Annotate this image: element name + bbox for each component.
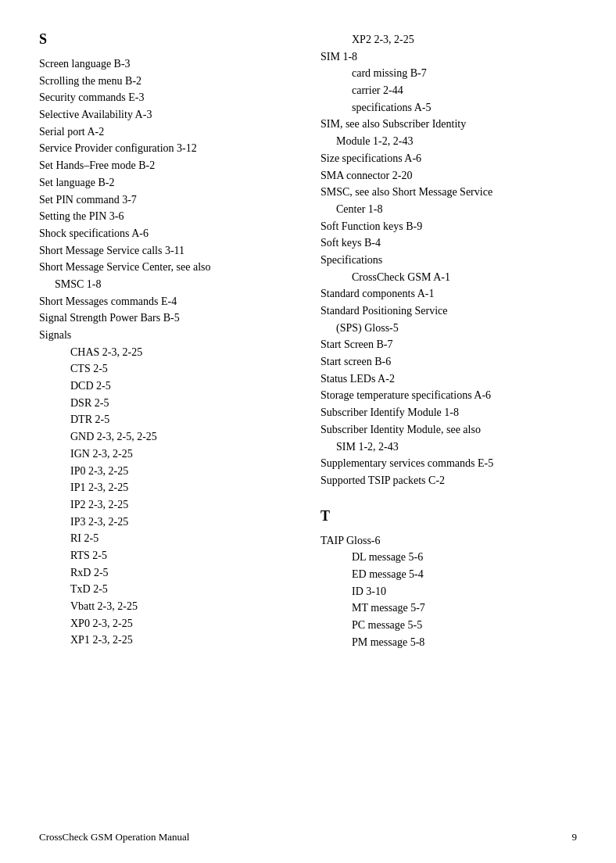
list-item: TAIP Gloss-6 <box>321 532 577 550</box>
list-item: SMSC, see also Short Message Service <box>321 184 577 201</box>
list-item: Set Hands–Free mode B-2 <box>39 157 297 174</box>
list-item: CHAS 2-3, 2-25 <box>39 344 297 361</box>
list-item: Short Messages commands E-4 <box>39 293 297 310</box>
list-item: XP0 2-3, 2-25 <box>39 615 297 632</box>
list-item: (SPS) Gloss-5 <box>321 320 577 337</box>
list-item: Standard Positioning Service <box>321 303 577 320</box>
list-item: IP1 2-3, 2-25 <box>39 479 297 496</box>
section-s-letter: S <box>39 31 297 48</box>
left-entries: Screen language B-3Scrolling the menu B-… <box>39 56 297 649</box>
list-item: Shock specifications A-6 <box>39 225 297 242</box>
left-column: S Screen language B-3Scrolling the menu … <box>39 31 297 650</box>
list-item: CTS 2-5 <box>39 360 297 378</box>
list-item: Specifications <box>321 252 577 269</box>
list-item: Storage temperature specifications A-6 <box>321 387 577 404</box>
list-item: Soft keys B-4 <box>321 235 577 252</box>
list-item: Service Provider configuration 3-12 <box>39 140 297 157</box>
list-item: card missing B-7 <box>321 65 577 82</box>
list-item: RI 2-5 <box>39 530 297 547</box>
list-item: specifications A-5 <box>321 99 577 116</box>
list-item: Start Screen B-7 <box>321 336 577 353</box>
list-item: GND 2-3, 2-5, 2-25 <box>39 428 297 446</box>
list-item: IP2 2-3, 2-25 <box>39 496 297 514</box>
list-item: carrier 2-44 <box>321 82 577 99</box>
list-item: SIM 1-8 <box>321 48 577 66</box>
list-item: Set PIN command 3-7 <box>39 192 297 209</box>
list-item: Soft Function keys B-9 <box>321 218 577 235</box>
list-item: Vbatt 2-3, 2-25 <box>39 598 297 615</box>
list-item: Short Message Service calls 3-11 <box>39 242 297 260</box>
list-item: Supplementary services commands E-5 <box>321 455 577 472</box>
list-item: Standard components A-1 <box>321 285 577 303</box>
list-item: Subscriber Identify Module 1-8 <box>321 404 577 421</box>
list-item: RxD 2-5 <box>39 564 297 582</box>
list-item: Scrolling the menu B-2 <box>39 73 297 90</box>
t-entries: TAIP Gloss-6DL message 5-6ED message 5-4… <box>321 532 577 651</box>
right-entries: XP2 2-3, 2-25SIM 1-8card missing B-7carr… <box>321 31 577 489</box>
list-item: Setting the PIN 3-6 <box>39 208 297 225</box>
list-item: ED message 5-4 <box>321 566 577 583</box>
list-item: Set language B-2 <box>39 174 297 192</box>
list-item: TxD 2-5 <box>39 581 297 598</box>
list-item: PM message 5-8 <box>321 634 577 651</box>
footer: CrossCheck GSM Operation Manual 9 <box>39 831 577 843</box>
list-item: DSR 2-5 <box>39 395 297 412</box>
list-item: Status LEDs A-2 <box>321 371 577 388</box>
list-item: Short Message Service Center, see also <box>39 259 297 276</box>
list-item: DL message 5-6 <box>321 549 577 566</box>
list-item: Signal Strength Power Bars B-5 <box>39 310 297 327</box>
page: S Screen language B-3Scrolling the menu … <box>0 0 616 863</box>
list-item: Supported TSIP packets C-2 <box>321 472 577 489</box>
list-item: DTR 2-5 <box>39 411 297 428</box>
list-item: Selective Availability A-3 <box>39 106 297 124</box>
list-item: MT message 5-7 <box>321 600 577 617</box>
list-item: XP2 2-3, 2-25 <box>321 31 577 48</box>
list-item: IP0 2-3, 2-25 <box>39 463 297 480</box>
list-item: PC message 5-5 <box>321 617 577 634</box>
list-item: Signals <box>39 327 297 344</box>
list-item: Security commands E-3 <box>39 89 297 106</box>
list-item: SIM, see also Subscriber Identity <box>321 116 577 133</box>
section-t: T TAIP Gloss-6DL message 5-6ED message 5… <box>321 508 577 651</box>
list-item: SMA connector 2-20 <box>321 167 577 184</box>
list-item: Screen language B-3 <box>39 56 297 73</box>
list-item: IP3 2-3, 2-25 <box>39 514 297 531</box>
list-item: Module 1-2, 2-43 <box>321 133 577 150</box>
list-item: Serial port A-2 <box>39 124 297 141</box>
list-item: Start screen B-6 <box>321 353 577 371</box>
list-item: IGN 2-3, 2-25 <box>39 446 297 463</box>
list-item: XP1 2-3, 2-25 <box>39 632 297 649</box>
list-item: Subscriber Identity Module, see also <box>321 421 577 439</box>
section-t-letter: T <box>321 508 577 525</box>
list-item: Center 1-8 <box>321 201 577 218</box>
footer-left: CrossCheck GSM Operation Manual <box>39 831 189 843</box>
list-item: Size specifications A-6 <box>321 150 577 167</box>
footer-right: 9 <box>572 831 578 843</box>
list-item: SIM 1-2, 2-43 <box>321 439 577 456</box>
right-column: XP2 2-3, 2-25SIM 1-8card missing B-7carr… <box>321 31 577 650</box>
list-item: ID 3-10 <box>321 583 577 600</box>
list-item: CrossCheck GSM A-1 <box>321 269 577 286</box>
list-item: SMSC 1-8 <box>39 276 297 293</box>
list-item: DCD 2-5 <box>39 378 297 395</box>
list-item: RTS 2-5 <box>39 547 297 564</box>
